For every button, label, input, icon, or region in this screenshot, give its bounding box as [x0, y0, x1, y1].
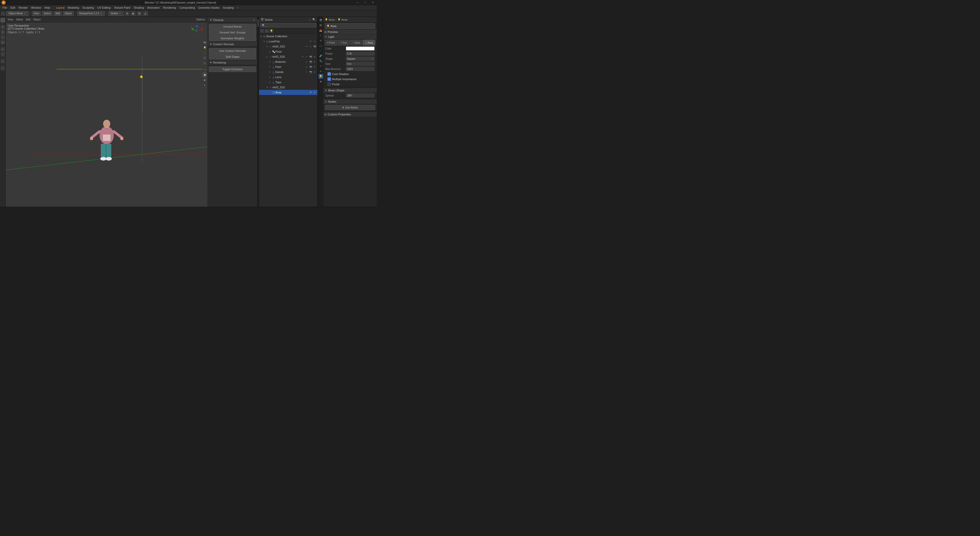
multiple-importance-check[interactable] — [328, 77, 331, 81]
vp-shading-render[interactable]: ● — [202, 83, 207, 87]
workspace-animation[interactable]: Animation — [146, 6, 161, 10]
outliner-search-field[interactable]: 🔍 — [260, 23, 317, 27]
tool-measure[interactable]: ⊹ — [0, 52, 5, 57]
mode-dropdown[interactable]: Object Mode ▼ — [6, 11, 29, 16]
ol-item-lens[interactable]: ▶ △ Lens — [259, 75, 318, 80]
ol-nh02-1-eye[interactable]: 👁 — [305, 45, 308, 48]
vp-shading-material[interactable]: ◕ — [202, 78, 207, 82]
ol-item-bottoms[interactable]: ▶ △ Bottoms ⊙ 📷 ⊕ — [259, 59, 318, 64]
vp-icon-render[interactable]: ○ — [202, 51, 207, 55]
tool-add-cube[interactable]: □ — [0, 59, 5, 64]
ol-filter-mesh[interactable]: △ — [265, 29, 269, 33]
toggle-emission-btn[interactable]: Toggle Emission — [209, 66, 256, 72]
ps-modifier-tab[interactable]: 🔧 — [318, 59, 323, 63]
light-type-spot[interactable]: ▽ Spot — [350, 40, 363, 45]
ol-area-icon1[interactable]: 👁 — [309, 91, 312, 94]
ol-feet-icon1[interactable]: ⊙ — [305, 65, 308, 68]
menu-edit[interactable]: Edit — [9, 6, 17, 10]
viewport[interactable]: View Select Add Object Options — [6, 17, 207, 207]
ps-output-tab[interactable]: 📤 — [318, 28, 323, 33]
ol-nh02-1-pin[interactable]: ⊙ — [309, 45, 312, 48]
ol-bottoms-icon2[interactable]: 📷 — [309, 60, 312, 64]
ps-world-tab[interactable]: ◯ — [318, 43, 323, 48]
outliner-filter[interactable]: ≡ — [308, 17, 312, 22]
tool-cursor[interactable]: ↖ — [0, 18, 5, 22]
cleanup-section-header[interactable]: ▼ Cleanup ✕ — [208, 17, 257, 22]
nodes-section-header[interactable]: ▼ Nodes — [323, 99, 377, 104]
tool-move[interactable]: ✛ — [0, 25, 5, 29]
view-menu[interactable]: View — [32, 11, 41, 16]
cast-shadow-check[interactable] — [328, 72, 331, 76]
object-name-field[interactable]: 💡 Area — [325, 23, 375, 29]
minimize-button[interactable]: — — [354, 0, 361, 5]
ol-item-area[interactable]: ▶ ⬡ Area 👁 ⊙ — [259, 90, 318, 95]
workspace-modeling[interactable]: Modeling — [66, 6, 81, 10]
normalize-weights-btn[interactable]: Normalize Weights — [209, 35, 256, 41]
custom-props-header[interactable]: ▶ Custom Properties — [323, 112, 377, 117]
use-nodes-btn[interactable]: ⊕ Use Nodes — [325, 105, 375, 110]
add-menu[interactable]: Add — [54, 11, 62, 16]
ol-hands-icon1[interactable]: ⊙ — [305, 70, 308, 74]
tool-transform[interactable]: ⊕ — [0, 40, 5, 45]
workspace-uv[interactable]: UV Editing — [96, 6, 112, 10]
ps-material-tab[interactable]: ◕ — [318, 79, 323, 84]
ol-hands-icon3[interactable]: ⊕ — [313, 70, 317, 74]
ps-physics-tab[interactable]: ⊕ — [318, 69, 323, 73]
color-field[interactable] — [346, 46, 375, 51]
ol-area-icon2[interactable]: ⊙ — [313, 91, 317, 94]
unused-bones-btn[interactable]: Unused Bones — [209, 24, 256, 29]
vp-icon-xray[interactable]: ◎ — [202, 61, 207, 65]
ol-lowpoly-eye[interactable]: 👁 — [309, 40, 312, 43]
workspace-sculpting[interactable]: Sculpting — [81, 6, 95, 10]
menu-file[interactable]: File — [1, 6, 9, 10]
ps-scene2-tab[interactable]: ⊞ — [318, 38, 323, 43]
select-menu[interactable]: Select — [42, 11, 52, 16]
use-custom-normals-btn[interactable]: Use Custom Normals — [209, 48, 256, 54]
workspace-texture[interactable]: Texture Paint — [112, 6, 132, 10]
unused-groups-btn[interactable]: Unused Vert. Groups — [209, 30, 256, 35]
ps-object-data-tab[interactable]: 💡 — [318, 74, 323, 79]
beam-shape-header[interactable]: ▼ Beam Shape — [323, 88, 377, 93]
vp-icon-camera[interactable]: 📷 — [202, 40, 207, 45]
workspace-scripting[interactable]: Scripting — [221, 6, 235, 10]
light-section-header[interactable]: ▼ Light — [323, 35, 377, 39]
vp-shading-solid[interactable]: ◼ — [202, 73, 207, 77]
menu-help[interactable]: Help — [43, 6, 52, 10]
ol-item-tops[interactable]: ▶ △ Tops — [259, 80, 318, 85]
ol-lowpoly-filter[interactable]: ⊕ — [313, 40, 317, 43]
ps-render-tab[interactable]: 🖼 — [318, 23, 323, 27]
size-field[interactable]: 4 m — [346, 62, 375, 66]
ol-item-nh02-2[interactable]: ▶ ○ nh02_010 👁 ⊙ 📷 ⊕ — [259, 54, 318, 59]
ol-feet-icon3[interactable]: ⊕ — [313, 65, 317, 68]
shape-dropdown[interactable]: Square ▼ — [346, 57, 375, 61]
preview-section-header[interactable]: ▶ Preview — [323, 30, 377, 35]
workspace-rendering[interactable]: Rendering — [162, 6, 178, 10]
workspace-add[interactable]: + — [235, 6, 240, 10]
light-type-sun[interactable]: ☀ Sun — [338, 40, 350, 45]
ps-particles-tab[interactable]: ✦ — [318, 64, 323, 68]
ol-nh02-2-pin[interactable]: ⊙ — [305, 55, 308, 59]
ps-view-layer-tab[interactable]: ≡ — [318, 33, 323, 38]
cleanup-close-btn[interactable]: ✕ — [253, 18, 255, 21]
ol-bottoms-icon3[interactable]: ⊕ — [313, 60, 317, 64]
light-type-point[interactable]: ● Point — [325, 40, 337, 45]
viewport-gizmo[interactable]: X Y Z — [191, 25, 204, 38]
ps-constraint-tab[interactable]: 🔗 — [318, 54, 323, 58]
ol-item-hands[interactable]: ▶ △ Hands ⊙ 📷 ⊕ — [259, 69, 318, 75]
ol-nh02-2-eye[interactable]: 👁 — [301, 55, 304, 59]
close-button[interactable]: ✕ — [369, 0, 377, 5]
ol-item-nh02-3[interactable]: ▼ ○ nh02_010 — [259, 85, 318, 90]
power-field[interactable]: 5 W — [346, 52, 375, 56]
ol-nh02-1-cam[interactable]: 📷 — [313, 45, 317, 48]
ol-nh02-2-cam[interactable]: 📷 — [309, 55, 312, 59]
spread-field[interactable]: 180° — [346, 94, 375, 97]
ol-item-pose[interactable]: ▶ 🦴 Pose — [259, 49, 318, 54]
ol-hands-icon2[interactable]: 📷 — [309, 70, 312, 74]
workspace-compositing[interactable]: Compositing — [178, 6, 197, 10]
tool-scale[interactable]: ⤢ — [0, 35, 5, 40]
snap-icon[interactable]: ⊕ — [124, 11, 130, 16]
max-bounces-field[interactable]: 1024 — [346, 67, 375, 71]
object-menu[interactable]: Object — [63, 11, 74, 16]
ol-item-feet[interactable]: ▶ △ Feet ⊙ 📷 ⊕ — [259, 64, 318, 69]
workspace-shading[interactable]: Shading — [132, 6, 145, 10]
